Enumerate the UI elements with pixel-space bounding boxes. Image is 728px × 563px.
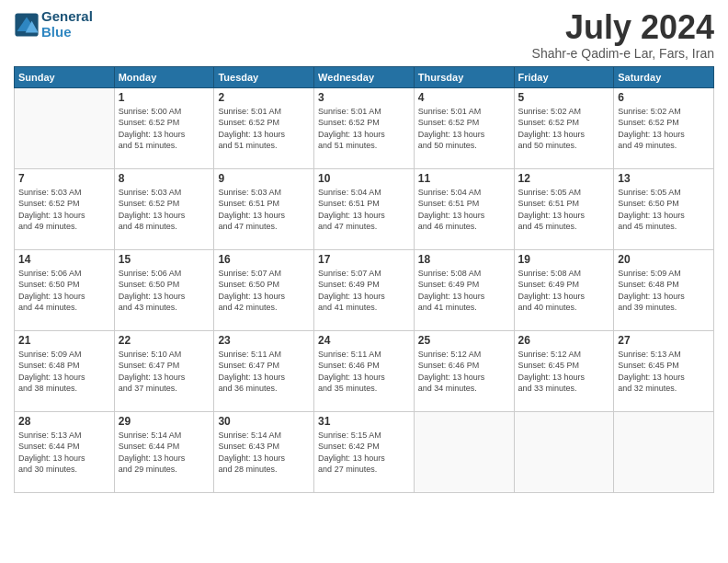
calendar-cell: 2Sunrise: 5:01 AM Sunset: 6:52 PM Daylig… xyxy=(214,87,314,168)
week-row-1: 1Sunrise: 5:00 AM Sunset: 6:52 PM Daylig… xyxy=(15,87,714,168)
calendar-cell: 20Sunrise: 5:09 AM Sunset: 6:48 PM Dayli… xyxy=(614,249,714,330)
location: Shahr-e Qadim-e Lar, Fars, Iran xyxy=(532,46,714,61)
weekday-header-monday: Monday xyxy=(114,66,214,87)
title-area: July 2024 Shahr-e Qadim-e Lar, Fars, Ira… xyxy=(532,9,714,61)
week-row-5: 28Sunrise: 5:13 AM Sunset: 6:44 PM Dayli… xyxy=(15,411,714,492)
calendar-cell xyxy=(514,411,614,492)
day-info: Sunrise: 5:13 AM Sunset: 6:45 PM Dayligh… xyxy=(618,349,710,395)
day-number: 24 xyxy=(318,334,410,347)
day-info: Sunrise: 5:11 AM Sunset: 6:46 PM Dayligh… xyxy=(318,349,410,395)
logo-text: General Blue xyxy=(41,9,93,40)
weekday-header-wednesday: Wednesday xyxy=(314,66,415,87)
day-number: 18 xyxy=(418,253,510,266)
logo: General Blue xyxy=(14,9,93,40)
day-info: Sunrise: 5:03 AM Sunset: 6:52 PM Dayligh… xyxy=(119,187,210,233)
day-info: Sunrise: 5:06 AM Sunset: 6:50 PM Dayligh… xyxy=(18,268,110,314)
day-info: Sunrise: 5:12 AM Sunset: 6:45 PM Dayligh… xyxy=(518,349,610,395)
day-number: 25 xyxy=(418,334,510,347)
weekday-header-row: SundayMondayTuesdayWednesdayThursdayFrid… xyxy=(15,66,714,87)
day-number: 8 xyxy=(119,172,210,185)
calendar-cell: 14Sunrise: 5:06 AM Sunset: 6:50 PM Dayli… xyxy=(15,249,115,330)
day-number: 7 xyxy=(18,172,110,185)
day-number: 13 xyxy=(618,172,710,185)
calendar-cell: 29Sunrise: 5:14 AM Sunset: 6:44 PM Dayli… xyxy=(114,411,214,492)
week-row-3: 14Sunrise: 5:06 AM Sunset: 6:50 PM Dayli… xyxy=(15,249,714,330)
calendar-cell: 28Sunrise: 5:13 AM Sunset: 6:44 PM Dayli… xyxy=(15,411,115,492)
day-info: Sunrise: 5:02 AM Sunset: 6:52 PM Dayligh… xyxy=(518,106,610,152)
calendar-cell: 12Sunrise: 5:05 AM Sunset: 6:51 PM Dayli… xyxy=(514,168,614,249)
day-number: 17 xyxy=(318,253,410,266)
day-info: Sunrise: 5:08 AM Sunset: 6:49 PM Dayligh… xyxy=(518,268,610,314)
page-container: General Blue July 2024 Shahr-e Qadim-e L… xyxy=(0,0,728,502)
calendar-cell: 7Sunrise: 5:03 AM Sunset: 6:52 PM Daylig… xyxy=(15,168,115,249)
day-number: 19 xyxy=(518,253,610,266)
day-number: 31 xyxy=(318,415,410,428)
day-info: Sunrise: 5:04 AM Sunset: 6:51 PM Dayligh… xyxy=(418,187,510,233)
calendar-cell xyxy=(15,87,115,168)
day-number: 10 xyxy=(318,172,410,185)
day-number: 1 xyxy=(119,91,210,104)
day-info: Sunrise: 5:00 AM Sunset: 6:52 PM Dayligh… xyxy=(119,106,210,152)
day-number: 3 xyxy=(318,91,410,104)
calendar-cell: 16Sunrise: 5:07 AM Sunset: 6:50 PM Dayli… xyxy=(214,249,314,330)
calendar-cell: 24Sunrise: 5:11 AM Sunset: 6:46 PM Dayli… xyxy=(314,330,415,411)
month-title: July 2024 xyxy=(532,9,714,46)
weekday-header-saturday: Saturday xyxy=(614,66,714,87)
header: General Blue July 2024 Shahr-e Qadim-e L… xyxy=(14,9,714,61)
day-info: Sunrise: 5:07 AM Sunset: 6:49 PM Dayligh… xyxy=(318,268,410,314)
day-info: Sunrise: 5:12 AM Sunset: 6:46 PM Dayligh… xyxy=(418,349,510,395)
calendar-cell: 21Sunrise: 5:09 AM Sunset: 6:48 PM Dayli… xyxy=(15,330,115,411)
weekday-header-sunday: Sunday xyxy=(15,66,115,87)
day-info: Sunrise: 5:03 AM Sunset: 6:51 PM Dayligh… xyxy=(218,187,310,233)
logo-icon xyxy=(14,12,40,38)
weekday-header-tuesday: Tuesday xyxy=(214,66,314,87)
day-number: 22 xyxy=(119,334,210,347)
calendar-cell: 4Sunrise: 5:01 AM Sunset: 6:52 PM Daylig… xyxy=(414,87,514,168)
day-number: 23 xyxy=(218,334,310,347)
week-row-4: 21Sunrise: 5:09 AM Sunset: 6:48 PM Dayli… xyxy=(15,330,714,411)
day-info: Sunrise: 5:01 AM Sunset: 6:52 PM Dayligh… xyxy=(318,106,410,152)
calendar-cell: 19Sunrise: 5:08 AM Sunset: 6:49 PM Dayli… xyxy=(514,249,614,330)
day-number: 6 xyxy=(618,91,710,104)
day-number: 27 xyxy=(618,334,710,347)
week-row-2: 7Sunrise: 5:03 AM Sunset: 6:52 PM Daylig… xyxy=(15,168,714,249)
day-info: Sunrise: 5:15 AM Sunset: 6:42 PM Dayligh… xyxy=(318,430,410,476)
day-info: Sunrise: 5:02 AM Sunset: 6:52 PM Dayligh… xyxy=(618,106,710,152)
day-number: 12 xyxy=(518,172,610,185)
day-number: 28 xyxy=(18,415,110,428)
weekday-header-friday: Friday xyxy=(514,66,614,87)
day-number: 30 xyxy=(218,415,310,428)
day-info: Sunrise: 5:09 AM Sunset: 6:48 PM Dayligh… xyxy=(618,268,710,314)
day-info: Sunrise: 5:09 AM Sunset: 6:48 PM Dayligh… xyxy=(18,349,110,395)
day-info: Sunrise: 5:14 AM Sunset: 6:44 PM Dayligh… xyxy=(119,430,210,476)
day-info: Sunrise: 5:06 AM Sunset: 6:50 PM Dayligh… xyxy=(119,268,210,314)
calendar-cell: 23Sunrise: 5:11 AM Sunset: 6:47 PM Dayli… xyxy=(214,330,314,411)
calendar-cell: 17Sunrise: 5:07 AM Sunset: 6:49 PM Dayli… xyxy=(314,249,415,330)
calendar-cell: 18Sunrise: 5:08 AM Sunset: 6:49 PM Dayli… xyxy=(414,249,514,330)
day-number: 29 xyxy=(119,415,210,428)
day-number: 4 xyxy=(418,91,510,104)
calendar-cell: 22Sunrise: 5:10 AM Sunset: 6:47 PM Dayli… xyxy=(114,330,214,411)
calendar-cell: 13Sunrise: 5:05 AM Sunset: 6:50 PM Dayli… xyxy=(614,168,714,249)
day-number: 5 xyxy=(518,91,610,104)
day-number: 9 xyxy=(218,172,310,185)
day-number: 20 xyxy=(618,253,710,266)
day-number: 26 xyxy=(518,334,610,347)
day-info: Sunrise: 5:01 AM Sunset: 6:52 PM Dayligh… xyxy=(418,106,510,152)
calendar-cell xyxy=(614,411,714,492)
day-info: Sunrise: 5:03 AM Sunset: 6:52 PM Dayligh… xyxy=(18,187,110,233)
day-info: Sunrise: 5:13 AM Sunset: 6:44 PM Dayligh… xyxy=(18,430,110,476)
calendar-cell: 10Sunrise: 5:04 AM Sunset: 6:51 PM Dayli… xyxy=(314,168,415,249)
calendar-cell: 6Sunrise: 5:02 AM Sunset: 6:52 PM Daylig… xyxy=(614,87,714,168)
calendar-cell: 27Sunrise: 5:13 AM Sunset: 6:45 PM Dayli… xyxy=(614,330,714,411)
day-number: 11 xyxy=(418,172,510,185)
calendar-table: SundayMondayTuesdayWednesdayThursdayFrid… xyxy=(14,66,714,493)
weekday-header-thursday: Thursday xyxy=(414,66,514,87)
day-number: 2 xyxy=(218,91,310,104)
day-number: 16 xyxy=(218,253,310,266)
day-info: Sunrise: 5:10 AM Sunset: 6:47 PM Dayligh… xyxy=(119,349,210,395)
day-info: Sunrise: 5:14 AM Sunset: 6:43 PM Dayligh… xyxy=(218,430,310,476)
calendar-cell: 8Sunrise: 5:03 AM Sunset: 6:52 PM Daylig… xyxy=(114,168,214,249)
calendar-cell: 31Sunrise: 5:15 AM Sunset: 6:42 PM Dayli… xyxy=(314,411,415,492)
calendar-cell: 1Sunrise: 5:00 AM Sunset: 6:52 PM Daylig… xyxy=(114,87,214,168)
